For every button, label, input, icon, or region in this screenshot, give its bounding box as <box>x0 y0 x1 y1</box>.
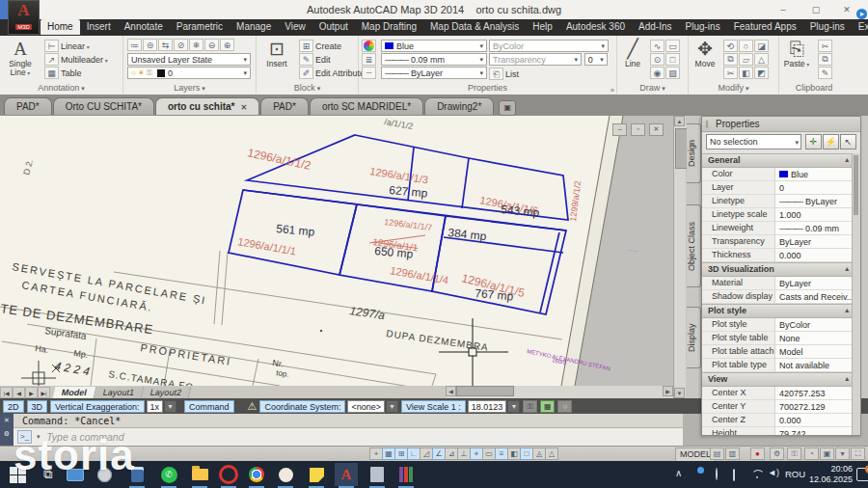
toggle-pickadd-icon[interactable]: ✛ <box>805 134 822 149</box>
panel-expand-icon[interactable]: » <box>610 87 614 94</box>
language-indicator[interactable]: ROU <box>785 469 805 479</box>
section-header-view[interactable]: View <box>702 372 853 387</box>
prev-tab-icon[interactable]: ◀ <box>13 387 25 398</box>
ribbon-tab-view[interactable]: View <box>278 19 312 35</box>
drawing-tab-drawing2[interactable]: Drawing2* <box>424 97 494 115</box>
dynamic-input-icon[interactable]: ▭ <box>482 447 496 460</box>
horizontal-scrollbar[interactable]: ◀ ▶ <box>446 386 673 398</box>
layout-icon[interactable]: ▤ <box>710 447 724 460</box>
lineweight-icon[interactable]: ≡ <box>495 447 508 460</box>
dropdown-icon[interactable]: ▾ <box>835 447 850 460</box>
property-value[interactable]: Casts and Receiv... <box>775 290 853 303</box>
ribbon-tab-help[interactable]: Help <box>526 19 559 35</box>
dropdown-arrow-icon[interactable]: ▾ <box>85 44 90 50</box>
palette-tab-display[interactable]: Display <box>687 307 701 368</box>
hardware-accel-icon[interactable]: ▣ <box>820 447 834 460</box>
file-explorer-icon[interactable] <box>190 465 209 484</box>
grid-display-icon[interactable]: ⊞ <box>394 447 408 460</box>
linetype-icon[interactable]: ┄ <box>362 67 376 79</box>
drawing-tab-pad[interactable]: PAD* <box>260 97 309 115</box>
fullscreen-icon[interactable]: ⛶ <box>851 447 865 460</box>
viewport-close-icon[interactable]: ✕ <box>649 123 664 136</box>
ribbon-tab-output[interactable]: Output <box>312 19 355 35</box>
palette-scroll-thumb[interactable] <box>854 155 858 215</box>
block-group-label[interactable]: Block <box>257 82 358 94</box>
offset-icon[interactable]: ◧ <box>739 67 753 79</box>
object-snap-tracking-icon[interactable]: ⊥ <box>457 447 471 460</box>
command-tools-icon[interactable]: ⚙ <box>0 427 14 441</box>
record-icon[interactable]: ● <box>750 447 765 460</box>
volume-icon[interactable]: ◄) <box>768 468 779 477</box>
coordinate-system-value[interactable]: <none> <box>347 400 385 413</box>
drawing-tab-pad[interactable]: PAD* <box>4 97 52 115</box>
edit-button[interactable]: ✎Edit <box>299 53 358 67</box>
drawing-tab-orto-cu-schita[interactable]: Orto CU SCHITA* <box>53 97 154 115</box>
layer-off-icon[interactable]: ⊖ <box>204 39 219 51</box>
ribbon-tab-plug-ins[interactable]: Plug-ins <box>679 19 727 35</box>
ribbon-tab-home[interactable]: Home <box>41 19 80 35</box>
ribbon-tab-express-tools[interactable]: Express Tools <box>852 19 868 35</box>
palette-scrollbar[interactable] <box>852 153 860 435</box>
layer-state-dropdown[interactable]: Unsaved Layer State <box>127 53 251 66</box>
dropdown-arrow-icon[interactable]: ▾ <box>103 58 108 64</box>
ribbon-tab-annotate[interactable]: Annotate <box>118 19 170 35</box>
ribbon-tab-insert[interactable]: Insert <box>80 19 118 35</box>
trim-icon[interactable]: △ <box>754 53 769 66</box>
infer-constraints-icon[interactable]: + <box>369 447 383 460</box>
property-value[interactable]: None <box>775 332 853 344</box>
action-center-icon[interactable]: 6 <box>856 468 868 481</box>
multileader-button[interactable]: ↗Multileader ▾ <box>44 53 122 67</box>
scale-icon[interactable]: ○ <box>739 40 753 52</box>
tab-layout1[interactable]: Layout1 <box>95 387 145 398</box>
property-value[interactable]: Model <box>775 345 853 358</box>
palette-tab-object-class[interactable]: Object Class <box>687 204 701 287</box>
clean-screen-clock-icon[interactable]: ◔ <box>804 447 819 460</box>
scale-dropdown-icon[interactable]: ▼ <box>507 400 520 413</box>
photos-icon[interactable] <box>276 465 295 484</box>
scroll-right-icon[interactable]: ▶ <box>663 386 673 396</box>
property-value[interactable]: 420757.253 <box>775 387 853 399</box>
new-drawing-tab-button[interactable]: ▣ <box>499 100 516 116</box>
section-header-3d-visualization[interactable]: 3D Visualization <box>702 262 853 277</box>
map-display-icon[interactable]: ▦ <box>540 400 555 413</box>
property-value[interactable]: ByLayer <box>775 235 853 248</box>
property-value[interactable]: 1.000 <box>775 208 853 221</box>
draw-group-label[interactable]: Draw <box>617 82 688 94</box>
paste-button[interactable]: ⎘ Paste <box>779 36 814 69</box>
tab-model[interactable]: Model <box>53 387 97 398</box>
transparency-field[interactable]: Transparency <box>489 53 582 66</box>
viewport-restore-icon[interactable]: ▫ <box>631 123 645 136</box>
selection-dropdown[interactable]: No selection <box>706 134 801 149</box>
ribbon-tab-plug-ins[interactable]: Plug-ins <box>803 19 852 35</box>
modify-group-label[interactable]: Modify <box>689 82 778 94</box>
annotation-monitor-icon[interactable]: △ <box>545 447 558 460</box>
select-objects-icon[interactable]: ↖ <box>840 134 856 149</box>
stretch-icon[interactable]: ▱ <box>739 53 753 66</box>
first-tab-icon[interactable]: |◀ <box>0 387 13 398</box>
transparency-value-field[interactable]: 0 <box>584 53 608 66</box>
horizontal-scroll-thumb[interactable] <box>456 386 514 396</box>
property-value[interactable]: 79.742 <box>775 427 853 435</box>
layer-match-icon[interactable]: ⊜ <box>143 39 157 51</box>
polygon-icon[interactable]: □ <box>665 53 680 66</box>
hatch-icon[interactable]: ▨ <box>665 67 680 79</box>
palette-tab-design[interactable]: Design <box>687 123 701 183</box>
maximize-button[interactable]: ▢ <box>804 4 827 16</box>
teams-icon[interactable] <box>716 469 718 479</box>
lightbulb-icon[interactable]: ○ <box>557 400 572 413</box>
ribbon-tab-featured-apps[interactable]: Featured Apps <box>727 19 803 35</box>
command-palette-grip[interactable]: ✕ ⚙ <box>0 414 14 446</box>
property-value[interactable]: ———ByLayer <box>775 195 853 207</box>
layer-isolate-icon[interactable]: ⊘ <box>174 39 188 51</box>
single-line-text-button[interactable]: A Single Line <box>0 36 41 78</box>
ribbon-tab-map-data-analysis[interactable]: Map Data & Analysis <box>423 19 526 35</box>
ortho-mode-icon[interactable]: ∟ <box>407 447 420 460</box>
rotate-icon[interactable]: ⟲ <box>723 40 738 52</box>
snap-mode-icon[interactable]: ▦ <box>382 447 395 460</box>
quick-select-icon[interactable]: ⚡ <box>823 134 839 149</box>
app-menu-arrow-icon[interactable]: ▾ <box>41 12 45 19</box>
autocad-icon[interactable]: A <box>337 465 356 484</box>
scroll-left-icon[interactable]: ◀ <box>446 386 456 396</box>
viewport-minimize-icon[interactable]: – <box>612 123 627 136</box>
annotation-group-label[interactable]: Annotation <box>0 82 122 94</box>
